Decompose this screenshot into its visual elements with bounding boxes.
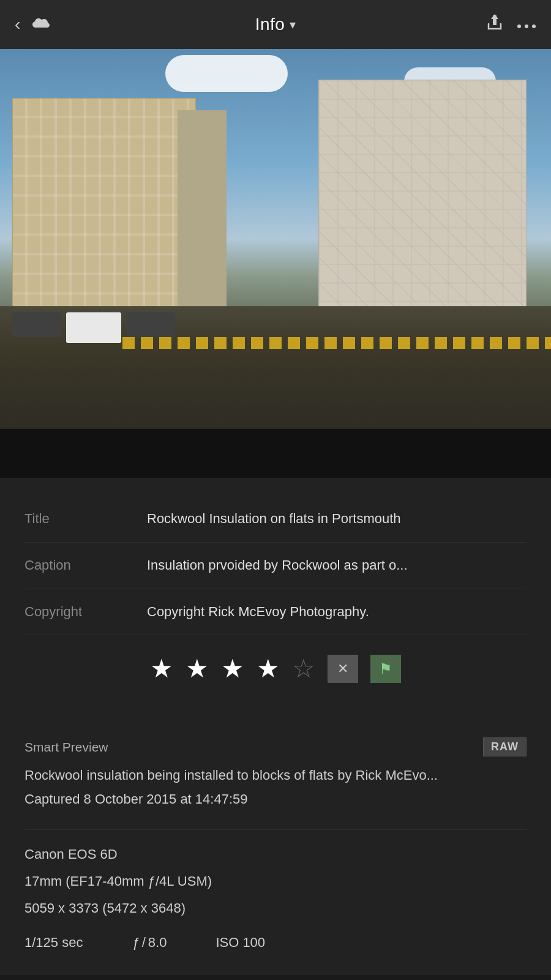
smart-preview-label: Smart Preview (24, 740, 108, 755)
aperture-value: 8.0 (148, 935, 167, 951)
title-row: Title Rockwool Insulation on flats in Po… (24, 496, 527, 543)
star-4[interactable]: ★ (257, 654, 280, 684)
shutter-speed: 1/125 sec (24, 935, 83, 951)
caption-label: Caption (24, 556, 147, 573)
nav-right-group (486, 14, 536, 35)
title-dropdown-chevron[interactable]: ▾ (290, 17, 296, 32)
pick-flag-button[interactable]: ⚑ (370, 655, 401, 683)
title-value: Rockwool Insulation on flats in Portsmou… (147, 510, 401, 529)
cloud-icon[interactable] (31, 15, 52, 34)
svg-marker-1 (491, 14, 498, 19)
smart-preview-header: Smart Preview RAW (24, 737, 527, 756)
page-title: Info (255, 15, 285, 34)
copyright-row: Copyright Copyright Rick McEvoy Photogra… (24, 589, 527, 636)
aperture: ƒ / 8.0 (132, 935, 167, 951)
building-scaffold (319, 80, 526, 336)
building-left (12, 98, 196, 331)
iso-value: ISO 100 (216, 935, 265, 951)
svg-point-2 (517, 24, 521, 28)
star-1[interactable]: ★ (150, 654, 173, 684)
car-2 (126, 312, 175, 337)
star-2[interactable]: ★ (186, 654, 209, 684)
title-label: Title (24, 510, 147, 527)
car-1 (12, 312, 61, 337)
cloud-decoration-1 (165, 55, 288, 92)
building-left-windows (13, 99, 195, 330)
aperture-slash: / (142, 935, 146, 951)
reject-flag-button[interactable] (328, 655, 358, 683)
metadata-panel: Title Rockwool Insulation on flats in Po… (0, 478, 551, 720)
svg-point-3 (525, 24, 528, 28)
smart-preview-description: Rockwool insulation being installed to b… (24, 765, 527, 785)
aperture-f-label: ƒ (132, 935, 139, 951)
iso: ISO 100 (216, 935, 265, 951)
rating-section: ★ ★ ★ ★ ☆ ⚑ (24, 635, 527, 702)
caption-value: Insulation prvoided by Rockwool as part … (147, 556, 408, 575)
photo-display (0, 49, 551, 429)
svg-point-4 (532, 24, 536, 28)
nav-left-group: ‹ (15, 15, 52, 34)
pick-flag-icon: ⚑ (379, 660, 392, 677)
star-3[interactable]: ★ (221, 654, 244, 684)
divider-1 (24, 829, 527, 830)
caption-row: Caption Insulation prvoided by Rockwool … (24, 543, 527, 589)
copyright-label: Copyright (24, 603, 147, 620)
camera-info: Canon EOS 6D 17mm (EF17-40mm ƒ/4L USM) 5… (24, 842, 527, 920)
van (66, 312, 121, 343)
title-group: Info ▾ (255, 15, 296, 34)
camera-model: Canon EOS 6D (24, 842, 527, 867)
separator-band (0, 429, 551, 478)
lens-info: 17mm (EF17-40mm ƒ/4L USM) (24, 869, 527, 894)
more-options-button[interactable] (517, 16, 536, 33)
photo-image (0, 49, 551, 429)
building-right (318, 80, 527, 337)
copyright-value: Copyright Rick McEvoy Photography. (147, 603, 369, 622)
share-button[interactable] (486, 14, 503, 35)
yellow-railing (122, 337, 551, 349)
ground-area (0, 306, 551, 429)
cars-area (12, 312, 175, 343)
star-5[interactable]: ☆ (292, 654, 315, 684)
top-navigation-bar: ‹ Info ▾ (0, 0, 551, 49)
smart-preview-section: Smart Preview RAW Rockwool insulation be… (0, 720, 551, 975)
dimensions-info: 5059 x 3373 (5472 x 3648) (24, 896, 527, 921)
capture-date: Captured 8 October 2015 at 14:47:59 (24, 791, 527, 807)
raw-badge: RAW (483, 737, 527, 756)
shutter-speed-value: 1/125 sec (24, 935, 83, 951)
exposure-row: 1/125 sec ƒ / 8.0 ISO 100 (24, 935, 527, 951)
back-button[interactable]: ‹ (15, 15, 20, 34)
